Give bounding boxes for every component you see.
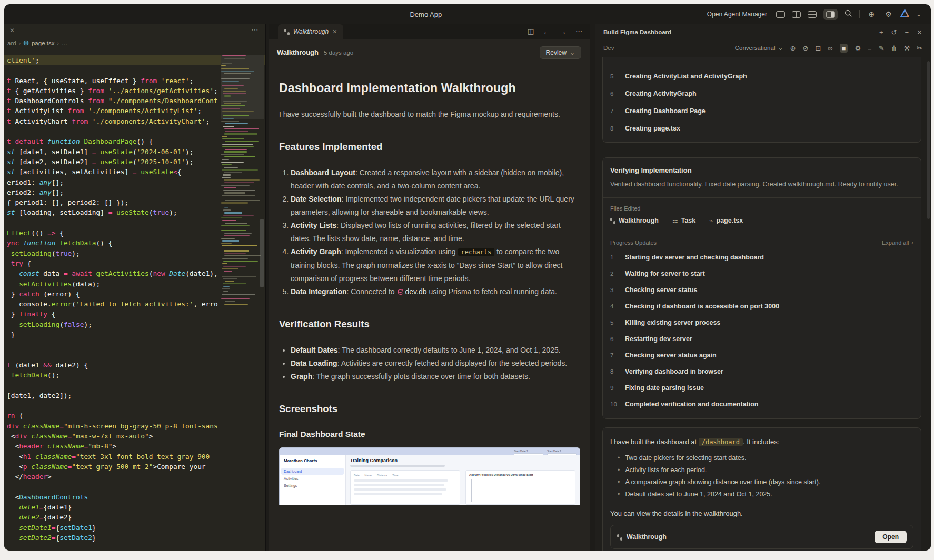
- database-icon: [398, 289, 403, 295]
- chevron-down-icon[interactable]: ⌄: [916, 11, 921, 18]
- list-item: Data Integration: Connected to dev.db us…: [291, 285, 582, 298]
- list-item: Activity Graph: Implemented a visualizat…: [291, 245, 582, 285]
- agent-panel: Build Figma Dashboard + ↺ − ✕ Dev Conver…: [595, 24, 931, 551]
- file-chip-task[interactable]: ⚏Task: [672, 217, 695, 224]
- divider: [603, 232, 921, 232]
- editor-scrollbar[interactable]: [260, 219, 264, 287]
- walkthrough-file-row[interactable]: Walkthrough Open: [610, 525, 913, 549]
- summary-intro: I have built the dashboard at /dashboard…: [610, 436, 913, 448]
- summary-bullets: •Two date pickers for selecting start da…: [610, 452, 913, 501]
- progress-row[interactable]: 1 Starting dev server and checking dashb…: [610, 249, 913, 265]
- mode-label[interactable]: Dev: [603, 45, 614, 51]
- tab-label: Walkthrough: [293, 28, 329, 35]
- document-title: Walkthrough: [277, 48, 319, 56]
- document-content[interactable]: Dashboard Implementation Walkthrough I h…: [269, 66, 590, 551]
- globe-icon[interactable]: ⊕: [867, 9, 877, 19]
- chevron-right-icon: ›: [57, 41, 58, 46]
- progress-row[interactable]: 2 Waiting for server to start: [610, 265, 913, 282]
- file-chip-walkthrough[interactable]: Walkthrough: [610, 217, 659, 224]
- progress-row[interactable]: 10 Completed verification and documentat…: [610, 396, 913, 412]
- progress-row[interactable]: 4 Checking if dashboard is accessible on…: [610, 298, 913, 314]
- forward-icon[interactable]: →: [559, 27, 567, 36]
- progress-row[interactable]: 3 Checking server status: [610, 282, 913, 298]
- thumb-activity-chart: Activity Progress Distance vs Days since…: [465, 470, 575, 505]
- settings-gear-icon[interactable]: ⚙: [883, 9, 893, 19]
- document-age: 5 days ago: [324, 49, 353, 56]
- style-dropdown[interactable]: Conversational⌄: [735, 44, 783, 52]
- features-list: Dashboard Layout: Created a responsive l…: [291, 166, 582, 298]
- dashboard-screenshot[interactable]: Start Date 1 ▾ Start Date 2 ▾ Marathon C…: [279, 447, 580, 505]
- steps-card: 5 Creating ActivityList and ActivityGrap…: [602, 57, 921, 143]
- walkthrough-icon: [284, 28, 290, 35]
- verification-list: Default Dates: The dashboard correctly d…: [291, 344, 582, 383]
- pen-icon[interactable]: ✎: [879, 45, 885, 52]
- review-button[interactable]: Review ⌄: [540, 46, 581, 59]
- app-logo-icon[interactable]: [900, 9, 909, 19]
- expand-all-button[interactable]: Expand all‹: [882, 239, 913, 246]
- split-editor-icon[interactable]: ◫: [528, 27, 534, 36]
- minimize-icon[interactable]: −: [905, 28, 909, 36]
- scissors-icon[interactable]: ✂: [917, 45, 922, 52]
- settings-gear-icon[interactable]: ⚙: [854, 45, 861, 52]
- breadcrumb[interactable]: ard › page.tsx › …: [4, 38, 265, 48]
- chevron-down-icon: ⌄: [570, 49, 575, 56]
- breadcrumb-symbol[interactable]: …: [62, 40, 68, 46]
- list-item: Dashboard Layout: Created a responsive l…: [291, 166, 582, 193]
- screen-capture-icon[interactable]: ⊡: [815, 45, 821, 52]
- react-icon: [23, 40, 29, 47]
- doc-intro: I have successfully built the dashboard …: [279, 108, 582, 121]
- search-icon[interactable]: [844, 9, 852, 19]
- globe-icon[interactable]: ⊕: [790, 45, 796, 52]
- review-label: Review: [546, 49, 567, 56]
- panel-view-icon[interactable]: ■: [840, 44, 848, 53]
- close-icon[interactable]: ✕: [332, 28, 337, 35]
- agent-toolbar: Dev Conversational⌄ ⊕ ⊘ ⊡ ∞ ■ ⚙ ≡ ✎ ⋔ ⚒ …: [595, 40, 931, 56]
- doc-h3-final-state: Final Dashboard State: [279, 429, 582, 439]
- step-row[interactable]: 6 Creating ActivityGraph: [610, 85, 913, 102]
- close-icon[interactable]: ✕: [9, 27, 15, 34]
- history-icon[interactable]: ↺: [891, 28, 897, 36]
- new-task-icon[interactable]: +: [879, 28, 883, 36]
- progress-row[interactable]: 5 Killing existing server process: [610, 314, 913, 331]
- right-sidebar-toggle[interactable]: [823, 9, 838, 20]
- progress-row[interactable]: 7 Checking server status again: [610, 347, 913, 363]
- minimap[interactable]: [221, 55, 264, 293]
- progress-row[interactable]: 9 Fixing date parsing issue: [610, 379, 913, 396]
- ellipsis-icon[interactable]: ⋯: [251, 25, 259, 34]
- file-chip-page-tsx[interactable]: ⌁page.tsx: [709, 217, 743, 224]
- agent-scrollbar[interactable]: [927, 61, 930, 219]
- list-icon[interactable]: ≡: [868, 45, 872, 52]
- divider: [603, 197, 921, 198]
- list-item: Data Loading: Activities are correctly f…: [291, 357, 582, 370]
- verify-title: Verifying Implementation: [610, 166, 913, 174]
- attachment-icon[interactable]: ⊘: [802, 45, 808, 52]
- open-button[interactable]: Open: [875, 531, 907, 543]
- open-agent-manager-button[interactable]: Open Agent Manager: [707, 11, 767, 18]
- progress-row[interactable]: 8 Verifying dashboard in browser: [610, 363, 913, 379]
- step-row[interactable]: 5 Creating ActivityList and ActivityGrap…: [610, 67, 913, 85]
- split-vertical-icon[interactable]: [792, 11, 801, 18]
- breadcrumb-folder[interactable]: ard: [7, 40, 16, 46]
- progress-row[interactable]: 6 Restarting dev server: [610, 331, 913, 347]
- more-actions-icon[interactable]: ⋯: [575, 27, 582, 36]
- tools-icon[interactable]: ⚒: [903, 45, 910, 52]
- step-row[interactable]: 8 Creating page.tsx: [610, 119, 913, 137]
- walkthrough-icon: [610, 217, 615, 224]
- inline-code: /dashboard: [699, 438, 743, 446]
- agent-feed[interactable]: 5 Creating ActivityList and ActivityGrap…: [602, 57, 921, 551]
- file-link-icon: ⌁: [709, 217, 713, 224]
- branch-icon[interactable]: ⋔: [891, 45, 897, 52]
- layout-columns-icon[interactable]: [776, 11, 785, 18]
- tab-walkthrough[interactable]: Walkthrough ✕: [278, 24, 343, 39]
- list-item: Date Selection: Implemented two independ…: [291, 193, 582, 219]
- close-icon[interactable]: ✕: [917, 28, 922, 36]
- link-icon[interactable]: ∞: [828, 45, 832, 52]
- breadcrumb-file[interactable]: page.tsx: [32, 40, 54, 46]
- split-horizontal-icon[interactable]: [808, 11, 817, 18]
- back-icon[interactable]: ←: [543, 27, 550, 36]
- app-window: Demo App Open Agent Manager ⊕ ⚙ ⌄ ✕ ⋯ ar…: [4, 4, 931, 551]
- progress-updates-label: Progress Updates: [610, 239, 657, 246]
- summary-outro: You can view the details in the walkthro…: [610, 509, 913, 517]
- summary-bullet: •Two date pickers for selecting start da…: [610, 452, 913, 464]
- step-row[interactable]: 7 Creating Dashboard Page: [610, 102, 913, 119]
